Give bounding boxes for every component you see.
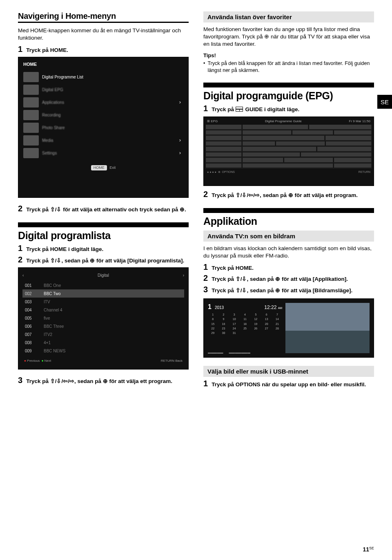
step-2-select: 2Tryck på ⇧/⇩ för att välja ett alternat… (18, 205, 189, 213)
home-menu-screenshot: HOME Digital Programme List Digital EPG … (18, 57, 189, 198)
nav-intro: Med HOME-knappen kommer du åt en mängd T… (18, 27, 189, 42)
digital-programlista-title: Digital programlista (18, 230, 189, 242)
dpl-step-3: 3Tryck på ⇧/⇩/⇦/⇨, sedan på ⊕ för att vä… (18, 377, 189, 385)
epg-step-1: 1 Tryck på GUIDE i digitalt läge. (203, 105, 374, 113)
section-bar (203, 208, 374, 213)
usb-heading: Välja bild eller musik i USB-minnet (203, 366, 374, 377)
dpl-step-2: 2Tryck på ⇧/⇩, sedan på ⊕ för att välja … (18, 256, 189, 264)
app-step-2: 2Tryck på ⇧/⇩, sedan på ⊕ för att välja … (203, 275, 374, 283)
guide-icon (236, 107, 243, 112)
picture-frame-screenshot: 1 2013 12:22 AM 123456789101112131415161… (203, 298, 374, 358)
bildram-text: I en bildram visas klockan och kalendern… (203, 245, 374, 260)
epg-screenshot: ⊞ EPGDigital Programme GuideFr 9 Mar 11:… (203, 116, 374, 186)
epg-step-2: 2Tryck på ⇧/⇩/⇦/⇨, sedan på ⊕ för att vä… (203, 191, 374, 199)
tips-bullet: Tryck på den blå knappen för att ändra i… (203, 60, 374, 74)
app-step-3: 3Tryck på ⇧/⇩, sedan på ⊕ för att välja … (203, 286, 374, 294)
applikation-title: Applikation (203, 215, 374, 227)
app-step-1: 1Tryck på HOME. (203, 264, 374, 272)
nav-home-title: Navigering i Home-menyn (18, 11, 189, 21)
section-bar (203, 83, 374, 87)
favorites-text: Med funktionen favoriter kan du ange upp… (203, 26, 374, 48)
programme-list-screenshot: ‹Digital› 001BBC One002BBC Two003ITV004C… (18, 267, 189, 370)
tips-label: Tips! (203, 52, 374, 58)
usb-step-1: 1Tryck på OPTIONS när du spelar upp en b… (203, 380, 374, 388)
step-1-home: 1Tryck på HOME. (18, 46, 189, 54)
section-bar (18, 222, 189, 227)
page-number: 11SE (363, 546, 374, 553)
favorites-heading: Använda listan över favoriter (203, 11, 374, 22)
divider (18, 22, 189, 23)
bildram-heading: Använda TV:n som en bildram (203, 231, 374, 242)
language-tab: SE (377, 95, 392, 109)
epg-title: Digital programguide (EPG) (203, 90, 374, 102)
dpl-step-1: 1Tryck på HOME i digitalt läge. (18, 245, 189, 253)
